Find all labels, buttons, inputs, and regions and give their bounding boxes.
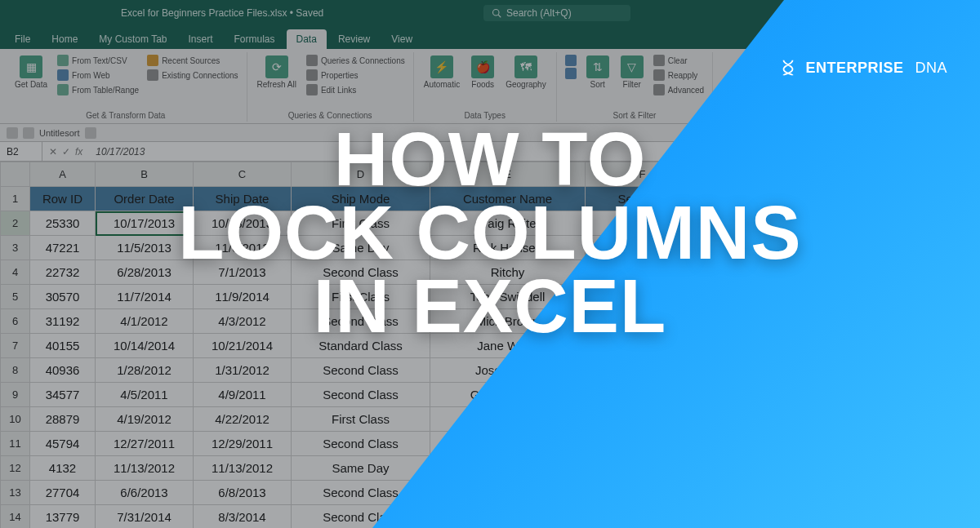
cell[interactable]: 30570 <box>30 285 96 309</box>
row-header[interactable]: 12 <box>1 456 30 481</box>
tab-file[interactable]: File <box>5 29 40 49</box>
cell[interactable]: Magdelene Morse <box>430 432 586 456</box>
cell[interactable]: 6/6/2013 <box>96 481 194 505</box>
row-header[interactable]: 4 <box>1 260 30 285</box>
cell[interactable]: Greg Maxwell <box>430 383 586 407</box>
cell[interactable]: Second Class <box>292 358 430 383</box>
row-header[interactable]: 14 <box>1 505 30 529</box>
cell[interactable]: 27704 <box>30 481 96 505</box>
properties-button[interactable]: Properties <box>305 69 407 82</box>
cell[interactable]: 4/5/2011 <box>96 383 194 407</box>
cell[interactable]: 6/8/2013 <box>194 481 292 505</box>
cell[interactable]: Ben Peterman <box>430 505 586 529</box>
advanced-filter-button[interactable]: Advanced <box>652 83 706 96</box>
tab-formulas[interactable]: Formulas <box>225 29 285 49</box>
get-data-button[interactable]: ▦ Get Data <box>11 54 51 91</box>
tab-home[interactable]: Home <box>42 29 87 49</box>
cell[interactable]: 31192 <box>30 309 96 334</box>
recent-sources-button[interactable]: Recent Sources <box>145 54 239 67</box>
cell[interactable]: 11/13/2012 <box>194 456 292 481</box>
search-box[interactable]: Search (Alt+Q) <box>483 5 630 21</box>
from-web-button[interactable]: From Web <box>56 69 140 82</box>
row-header[interactable]: 11 <box>1 432 30 456</box>
clear-filter-button[interactable]: Clear <box>652 54 706 67</box>
sort-az-button[interactable] <box>564 54 578 67</box>
cell[interactable]: 25330 <box>30 211 96 236</box>
cell[interactable]: Second Class <box>292 383 430 407</box>
cell[interactable]: 4/22/2012 <box>194 407 292 432</box>
from-table-range-button[interactable]: From Table/Range <box>56 83 140 96</box>
header-cell[interactable]: Row ID <box>30 187 96 211</box>
cell[interactable]: Consumer <box>586 481 700 505</box>
row-header[interactable]: 13 <box>1 481 30 505</box>
cell[interactable]: Vicky Freymann <box>430 456 586 481</box>
cell[interactable]: 40155 <box>30 334 96 358</box>
select-all-corner[interactable] <box>1 162 30 187</box>
cell[interactable]: 45794 <box>30 432 96 456</box>
cell[interactable]: First Class <box>292 407 430 432</box>
cell[interactable]: 13779 <box>30 505 96 529</box>
geography-type-button[interactable]: 🗺Geography <box>502 54 549 91</box>
fx-icon[interactable]: fx <box>75 146 82 158</box>
tab-insert[interactable]: Insert <box>179 29 223 49</box>
row-header[interactable]: 9 <box>1 383 30 407</box>
toggle-icon[interactable] <box>23 127 34 139</box>
toggle-icon[interactable] <box>7 127 18 139</box>
cell[interactable]: 8/3/2014 <box>194 505 292 529</box>
existing-connections-button[interactable]: Existing Connections <box>145 69 239 82</box>
cell[interactable]: Corporate <box>586 505 700 529</box>
row-header[interactable]: 7 <box>1 334 30 358</box>
cell[interactable]: Second Class <box>292 481 430 505</box>
row-header[interactable]: 10 <box>1 407 30 432</box>
row-header[interactable]: 1 <box>1 187 30 211</box>
from-text-csv-button[interactable]: From Text/CSV <box>56 54 140 67</box>
cell[interactable]: 11/13/2012 <box>96 456 194 481</box>
row-header[interactable]: 8 <box>1 358 30 383</box>
cell[interactable]: Consumer <box>586 358 700 383</box>
sort-button[interactable]: ⇅Sort <box>583 54 612 91</box>
edit-links-button[interactable]: Edit Links <box>305 83 407 96</box>
text-to-columns-button[interactable]: ▥Text to Columns <box>719 54 785 91</box>
cell[interactable]: 34577 <box>30 383 96 407</box>
cell[interactable]: 4/9/2011 <box>194 383 292 407</box>
row-header[interactable]: 3 <box>1 236 30 260</box>
row-header[interactable]: 5 <box>1 285 30 309</box>
cell[interactable]: 12/29/2011 <box>194 432 292 456</box>
toggle-icon[interactable] <box>85 127 96 139</box>
cell[interactable]: Second Class <box>292 432 430 456</box>
cell[interactable]: Peter Fuller <box>430 481 586 505</box>
reapply-button[interactable]: Reapply <box>652 69 706 82</box>
cell[interactable]: 40936 <box>30 358 96 383</box>
cell[interactable]: 4/19/2012 <box>96 407 194 432</box>
cell[interactable]: 47221 <box>30 236 96 260</box>
sort-za-button[interactable] <box>564 67 578 80</box>
cell[interactable]: 28879 <box>30 407 96 432</box>
tab-data[interactable]: Data <box>287 29 327 49</box>
cell[interactable]: Anthony Jacobs <box>430 407 586 432</box>
filter-button[interactable]: ▽Filter <box>617 54 647 91</box>
cell[interactable]: 7/31/2014 <box>96 505 194 529</box>
cell[interactable]: Joseph Holt <box>430 358 586 383</box>
cell[interactable]: Same Day <box>292 456 430 481</box>
tab-review[interactable]: Review <box>328 29 380 49</box>
tab-view[interactable]: View <box>381 29 422 49</box>
queries-connections-button[interactable]: Queries & Connections <box>305 54 407 67</box>
foods-type-button[interactable]: 🍎Foods <box>468 54 497 91</box>
cell[interactable]: 1/28/2012 <box>96 358 194 383</box>
cell[interactable]: Corporate <box>586 407 700 432</box>
row-header[interactable]: 2 <box>1 211 30 236</box>
tab-custom[interactable]: My Custom Tab <box>89 29 176 49</box>
automatic-type-button[interactable]: ⚡Automatic <box>421 54 463 91</box>
refresh-all-button[interactable]: ⟳ Refresh All <box>254 54 300 91</box>
row-header[interactable]: 6 <box>1 309 30 334</box>
cell[interactable]: Second Class <box>292 505 430 529</box>
cell[interactable]: 12/27/2011 <box>96 432 194 456</box>
cell[interactable]: Consumer <box>586 432 700 456</box>
cell[interactable]: 22732 <box>30 260 96 285</box>
cell[interactable]: Home Office <box>586 456 700 481</box>
cell[interactable]: Corporate <box>586 383 700 407</box>
enter-icon[interactable]: ✓ <box>62 146 70 158</box>
cell[interactable]: 1/31/2012 <box>194 358 292 383</box>
cancel-icon[interactable]: ✕ <box>49 146 57 158</box>
cell[interactable]: 4132 <box>30 456 96 481</box>
